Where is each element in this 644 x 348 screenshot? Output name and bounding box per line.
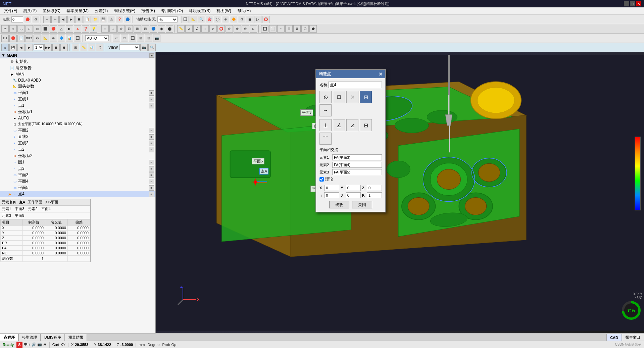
z-coord-input[interactable] [367,185,382,191]
tb2-extra-7[interactable]: ⬟ [309,25,317,33]
sidebar-item-clear[interactable]: 📄 清空报告 [0,65,155,71]
tb3-view-2[interactable]: □ [121,35,128,42]
tb3-view-3[interactable]: 🔲 [129,35,136,42]
tb2-btn-11[interactable]: ❓ [82,25,89,33]
cam-btn-print[interactable]: 🖨 [96,44,103,51]
tb2-extra-2[interactable]: ⬜ [269,25,277,33]
toolbar-btn-4[interactable]: ↪ [51,16,59,23]
element1-input[interactable] [332,154,382,160]
point2-expand[interactable]: ≡ [149,147,154,152]
tb-extra-11[interactable]: ⭕ [262,16,269,23]
tb-extra-6[interactable]: ⊕ [222,16,229,23]
sidebar-item-init[interactable]: ⚙ 初始化 [0,58,155,65]
toolbar-btn-5[interactable]: ◀ [59,16,67,23]
tb3-btn-7[interactable]: ⊕ [50,35,57,42]
icon-square[interactable]: □ [333,91,345,103]
tb-extra-8[interactable]: ⚙ [238,16,245,23]
element2-input[interactable] [332,162,382,168]
plane2-expand[interactable]: ≡ [149,128,154,133]
name-input[interactable] [328,82,382,88]
tb2-btn-5[interactable]: ▭ [34,25,41,33]
tab-cad[interactable]: CAD [606,334,622,341]
point4-expand[interactable]: ≡ [149,192,154,197]
point1-expand[interactable]: ≡ [149,103,154,108]
i-coord-input[interactable] [324,192,339,198]
plane3-expand[interactable]: ≡ [149,172,154,178]
sidebar-item-probe-params[interactable]: 📐 测头参数 [0,83,155,90]
tb2-btn-21[interactable]: ⬤ [166,25,173,33]
icon-curve[interactable]: ⌒ [319,133,332,145]
j-coord-input[interactable] [346,192,361,198]
minimize-button[interactable]: ─ [624,1,629,6]
cam-btn-play[interactable]: ▶ [26,44,33,51]
tb3-view-5[interactable]: ⊟ [145,35,152,42]
auto-mode-select[interactable]: AUTO MANUAL [85,35,109,41]
point-count-input[interactable] [11,16,23,22]
menu-coords[interactable]: 坐标系(C) [40,7,63,14]
expand-icon[interactable]: ▼ [1,53,5,58]
tab-report-window[interactable]: 报告窗口 [622,334,644,341]
tb-extra-5[interactable]: ◯ [214,16,221,23]
tb-extra-10[interactable]: ▷ [254,16,261,23]
toolbar-btn-7[interactable]: ⏹ [76,16,83,23]
line1-expand[interactable]: ≡ [149,97,154,102]
tb2-extra-6[interactable]: ⬡ [301,25,309,33]
tb2-btn-17[interactable]: ⊞ [134,25,141,33]
icon-angle[interactable]: ∠ [333,119,345,131]
cam-btn-screenshot[interactable]: 📷 [140,44,148,51]
cam-btn-record[interactable]: ⏺ [60,44,68,51]
tb2-btn-16[interactable]: ⊡ [126,25,133,33]
tb2-btn-14[interactable]: ⟂ [109,25,117,33]
sidebar-item-d2l40[interactable]: 🔧 D2L40 A0B0 [0,77,155,83]
tb3-btn-4[interactable]: RPS [26,35,33,42]
line3-expand[interactable]: ≡ [149,141,154,146]
tb3-btn-3[interactable]: 📄 [17,35,25,42]
icon-minus-box[interactable]: ⊟ [360,119,372,131]
tb2-btn-10[interactable]: 🔺 [74,25,81,33]
tb2-measure-5[interactable]: ⊳ [209,25,217,33]
cam-btn-save[interactable]: 💾 [9,44,17,51]
sidebar-item-line3[interactable]: / 直线3 ≡ [0,140,155,146]
tb3-btn-9[interactable]: 📊 [66,35,73,42]
tb2-measure-2[interactable]: ⊿ [185,25,193,33]
point3-expand[interactable]: ≡ [149,166,154,171]
tb2-btn-3[interactable]: ◡ [17,25,25,33]
tb3-btn-6[interactable]: 📐 [42,35,49,42]
tb-extra-7[interactable]: 🔶 [230,16,237,23]
toolbar-btn-1[interactable]: 🔴 [24,16,31,23]
tab-point-program[interactable]: 点程序 [0,334,18,341]
sidebar-item-plane3[interactable]: ▭ 平面3 ≡ [0,172,155,178]
cam-btn-zoom[interactable]: 🔍 [148,44,156,51]
tb2-extra-1[interactable]: 🔲 [261,25,268,33]
tb3-btn-5[interactable]: ⚙ [34,35,41,42]
menu-help[interactable]: 帮助(H) [235,7,254,14]
tb-extra-3[interactable]: 🔍 [198,16,205,23]
tb2-measure-6[interactable]: ⭕ [217,25,225,33]
tb2-btn-15[interactable]: ⊛ [117,25,125,33]
cam-btn-forward[interactable]: ▶▶ [44,44,52,51]
close-button[interactable]: 关闭 [352,201,372,208]
cam-btn-measure[interactable]: 📏 [80,44,87,51]
circle1-expand[interactable]: ≡ [149,160,154,165]
icon-perp[interactable]: ⊥ [319,119,332,131]
tb3-view-4[interactable]: ⊞ [137,35,144,42]
cam-btn-stop[interactable]: ⏹ [52,44,60,51]
tb2-btn-18[interactable]: ⊠ [142,25,149,33]
sidebar-item-plane5[interactable]: ▭ 平面5 ≡ [0,185,155,191]
tb2-measure-4[interactable]: ↕ [201,25,209,33]
sidebar-item-plane1[interactable]: ▭ 平面1 ≡ [0,90,155,96]
tb2-btn-1[interactable]: ✏ [1,25,9,33]
toolbar-btn-9[interactable]: 📁 [92,16,99,23]
sidebar-item-cs2[interactable]: ⊕ 坐标系2 [0,153,155,159]
tb3-btn-8[interactable]: 🔷 [58,35,65,42]
tb3-btn-1[interactable]: Init [1,35,9,42]
tab-measure-results[interactable]: 测量结果 [65,334,87,341]
x-coord-input[interactable] [324,185,339,191]
tb2-extra-4[interactable]: ⊞ [285,25,293,33]
confirm-button[interactable]: 确改 [329,201,349,208]
tb2-btn-9[interactable]: ▶ [66,25,73,33]
tb2-btn-6[interactable]: ⬛ [42,25,49,33]
toolbar-btn-3[interactable]: ↩ [43,16,51,23]
tb-extra-9[interactable]: ◼ [246,16,253,23]
sidebar-item-point3[interactable]: · 点3 ≡ [0,165,155,172]
